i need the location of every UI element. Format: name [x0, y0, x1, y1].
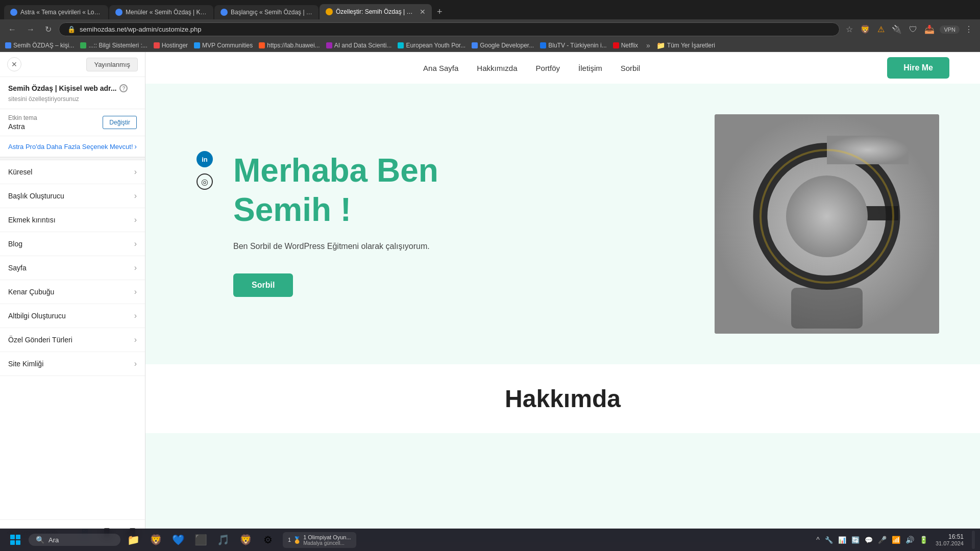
menu-item-kenar[interactable]: Kenar Çubuğu ›	[0, 280, 145, 304]
tab-bar: Astra « Tema çevirileri « Loco... Menüle…	[0, 0, 980, 19]
brave-icon[interactable]: 🦁	[858, 22, 872, 36]
bookmark-1-label: ...:: Bilgi Sistemleri :...	[88, 42, 147, 49]
tab-3-label: Başlangıç « Semih Özdaş | Kişisel we...	[231, 9, 312, 16]
menu-item-site-kimlik[interactable]: Site Kimliği ›	[0, 352, 145, 376]
tray-up-arrow-icon[interactable]: ^	[815, 535, 821, 545]
customizer-close-button[interactable]: ✕	[7, 57, 21, 71]
site-navigation: Ana Sayfa Hakkımızda Portföy İletişim So…	[145, 52, 980, 84]
nav-link-hakkimizda[interactable]: Hakkımızda	[477, 64, 517, 72]
tray-app1-icon[interactable]: 🔧	[823, 535, 835, 545]
windows-logo-tl	[10, 535, 15, 539]
back-button[interactable]: ←	[5, 23, 19, 36]
taskbar-app-explorer[interactable]: 📁	[124, 531, 142, 549]
bookmark-2-icon	[154, 42, 160, 48]
bookmark-icon[interactable]: ☆	[844, 22, 855, 36]
bookmark-6[interactable]: European Youth Por...	[398, 42, 465, 49]
notification-item[interactable]: 1 🏅 1 Olimpiyat Oyun... Madalya güncell.…	[283, 532, 356, 548]
nav-link-ana-sayfa[interactable]: Ana Sayfa	[423, 64, 458, 72]
alert-icon[interactable]: ⚠	[875, 22, 887, 36]
subtitle-text: sitesini özelleştiriyorsunuz	[8, 95, 79, 103]
hero-social-icons: in ◎	[197, 151, 213, 190]
nav-link-iletisim[interactable]: İletişim	[578, 64, 602, 72]
bookmark-9[interactable]: Netflix	[613, 42, 638, 49]
hero-image	[715, 114, 939, 334]
forward-button[interactable]: →	[23, 23, 38, 36]
taskbar-app-settings[interactable]: ⚙	[259, 531, 277, 549]
theme-label: Etkin tema	[8, 114, 37, 121]
windows-logo-bl	[10, 540, 15, 545]
bookmark-9-label: Netflix	[621, 42, 638, 49]
tab-4-close-icon[interactable]: ✕	[420, 8, 426, 16]
linkedin-icon[interactable]: in	[197, 151, 213, 167]
bookmark-2[interactable]: Hostinger	[154, 42, 188, 49]
bookmark-8[interactable]: BluTV - Türkiyenin i...	[540, 42, 606, 49]
bookmark-1[interactable]: ...:: Bilgi Sistemleri :...	[80, 42, 147, 49]
tab-3-icon	[220, 9, 228, 16]
extension-1-icon[interactable]: 🔌	[890, 22, 904, 36]
instagram-icon[interactable]: ◎	[197, 173, 213, 190]
menu-item-kuresel[interactable]: Küresel ›	[0, 160, 145, 184]
taskbar-app-spotify[interactable]: 🎵	[214, 531, 232, 549]
volume-icon[interactable]: 🔊	[904, 535, 916, 545]
sorbil-cta-button[interactable]: Sorbil	[233, 273, 293, 297]
menu-ekmek-label: Ekmek kırıntısı	[8, 216, 56, 224]
customizer-promo[interactable]: Astra Pro'da Daha Fazla Seçenek Mevcut! …	[0, 136, 145, 157]
menu-item-ozel[interactable]: Özel Gönderi Türleri ›	[0, 328, 145, 352]
menu-item-ekmek[interactable]: Ekmek kırıntısı ›	[0, 208, 145, 232]
tab-3[interactable]: Başlangıç « Semih Özdaş | Kişisel we...	[214, 5, 318, 19]
battery-icon[interactable]: 🔋	[918, 535, 929, 545]
nav-link-sorbil[interactable]: Sorbil	[621, 64, 640, 72]
help-icon[interactable]: ?	[119, 84, 128, 92]
windows-logo-br	[16, 540, 20, 545]
bookmark-4[interactable]: https://lab.huawei...	[259, 42, 320, 49]
taskbar-app-terminal[interactable]: ⬛	[191, 531, 210, 549]
mic-icon[interactable]: 🎤	[876, 535, 888, 545]
bookmark-1-icon	[80, 42, 86, 48]
menu-blog-chevron-icon: ›	[134, 239, 137, 248]
customizer-theme-row: Etkin tema Astra Değiştir	[0, 109, 145, 136]
vpn-badge[interactable]: VPN	[940, 26, 960, 34]
extension-3-icon[interactable]: 📥	[922, 22, 937, 36]
nav-link-portfoy[interactable]: Portföy	[536, 64, 560, 72]
taskbar-clock[interactable]: 16:51 31.07.2024	[933, 533, 967, 546]
bookmarks-overflow[interactable]: »	[646, 41, 650, 49]
menu-baslik-label: Başlık Oluşturucu	[8, 192, 64, 200]
taskbar-search[interactable]: 🔍 Ara	[29, 534, 120, 546]
nav-links: Ana Sayfa Hakkımızda Portföy İletişim So…	[176, 55, 887, 82]
wifi-icon[interactable]: 📶	[890, 535, 902, 545]
bookmark-3[interactable]: MVP Communities	[194, 42, 253, 49]
taskbar-app-vscode[interactable]: 💙	[169, 531, 187, 549]
bookmark-0[interactable]: Semih ÖZDAŞ – kişi...	[5, 42, 74, 49]
hero-title-line1: Merhaba Ben	[233, 152, 438, 189]
bookmark-5[interactable]: AI and Data Scienti...	[326, 42, 392, 49]
notification-center-button[interactable]	[972, 531, 975, 549]
menu-item-baslik[interactable]: Başlık Oluşturucu ›	[0, 184, 145, 208]
tab-1-icon	[10, 9, 17, 16]
new-tab-button[interactable]: +	[433, 5, 447, 19]
taskbar-app-brave-red[interactable]: 🦁	[236, 531, 255, 549]
tab-1[interactable]: Astra « Tema çevirileri « Loco...	[4, 5, 108, 19]
taskbar-app-browser[interactable]: 🦁	[146, 531, 165, 549]
menu-item-altbilgi[interactable]: Altbilgi Oluşturucu ›	[0, 304, 145, 328]
bookmark-folder[interactable]: 📁 Tüm Yer İşaretleri	[656, 41, 715, 49]
change-theme-button[interactable]: Değiştir	[103, 116, 137, 129]
bookmark-7-icon	[472, 42, 478, 48]
reload-button[interactable]: ↻	[42, 22, 55, 36]
tab-4-label: Özelleştir: Semih Özdaş | Kişise...	[336, 8, 416, 15]
tab-4[interactable]: Özelleştir: Semih Özdaş | Kişise... ✕	[320, 4, 432, 19]
menu-item-blog[interactable]: Blog ›	[0, 232, 145, 256]
tray-app2-icon[interactable]: 📊	[837, 535, 848, 545]
start-button[interactable]	[5, 530, 26, 550]
menu-icon[interactable]: ⋮	[963, 22, 975, 36]
bookmark-7-label: Google Developer...	[480, 42, 534, 49]
tray-app3-icon[interactable]: 🔄	[850, 535, 861, 545]
bookmark-7[interactable]: Google Developer...	[472, 42, 534, 49]
address-bar[interactable]: 🔒 semihozdas.net/wp-admin/customize.php	[59, 22, 840, 36]
extension-2-icon[interactable]: 🛡	[907, 23, 919, 36]
menu-ozel-chevron-icon: ›	[134, 335, 137, 344]
menu-item-sayfa[interactable]: Sayfa ›	[0, 256, 145, 280]
bookmark-6-icon	[398, 42, 404, 48]
hire-me-button[interactable]: Hire Me	[887, 57, 949, 79]
tray-app4-icon[interactable]: 💬	[863, 535, 874, 545]
tab-2[interactable]: Menüler « Semih Özdaş | Kişisel web...	[109, 5, 213, 19]
